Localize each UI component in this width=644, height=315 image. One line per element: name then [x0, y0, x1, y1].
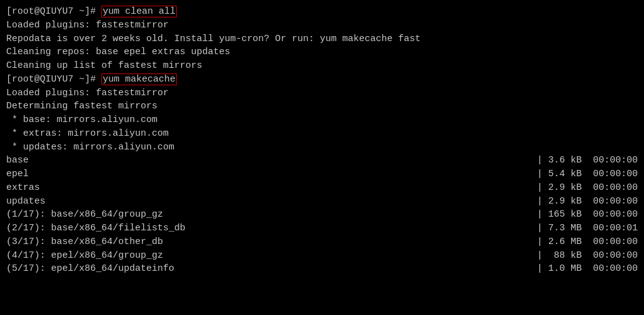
data-row-extras: extras | 2.9 kB 00:00:00: [6, 181, 638, 195]
cmd-clean-all: yum clean all: [101, 6, 177, 17]
data-label-3-17: (3/17): base/x86_64/other_db: [6, 235, 163, 249]
spacer-5-17: [174, 262, 537, 276]
data-row-1-17: (1/17): base/x86_64/group_gz | 165 kB 00…: [6, 208, 638, 222]
terminal-line-4: Cleaning repos: base epel extras updates: [6, 45, 638, 59]
data-row-updates: updates | 2.9 kB 00:00:00: [6, 195, 638, 209]
data-values-epel: | 5.4 kB 00:00:00: [537, 167, 638, 181]
cmd-makecache: yum makecache: [101, 73, 177, 85]
terminal-line-2: Loaded plugins: fastestmirror: [6, 19, 638, 32]
data-values-3-17: | 2.6 MB 00:00:00: [537, 235, 638, 249]
spacer-base: [29, 154, 537, 167]
data-label-1-17: (1/17): base/x86_64/group_gz: [6, 208, 163, 222]
data-row-base: base | 3.6 kB 00:00:00: [6, 154, 638, 167]
data-row-5-17: (5/17): epel/x86_64/updateinfo | 1.0 MB …: [6, 262, 638, 276]
data-row-epel: epel | 5.4 kB 00:00:00: [6, 167, 638, 181]
data-label-base: base: [6, 154, 29, 167]
spacer-extras: [40, 181, 537, 195]
data-label-2-17: (2/17): base/x86_64/filelists_db: [6, 222, 185, 235]
data-label-extras: extras: [6, 181, 40, 195]
spacer-updates: [45, 195, 537, 209]
data-label-4-17: (4/17): epel/x86_64/group_gz: [6, 249, 163, 263]
terminal-line-9: * base: mirrors.aliyun.com: [6, 113, 638, 127]
data-values-2-17: | 7.3 MB 00:00:01: [537, 222, 638, 235]
terminal-line-5: Cleaning up list of fastest mirrors: [6, 59, 638, 73]
prompt-1: [root@QIUYU7 ~]#: [6, 6, 101, 17]
data-values-updates: | 2.9 kB 00:00:00: [537, 195, 638, 209]
data-label-updates: updates: [6, 195, 45, 209]
spacer-3-17: [163, 235, 537, 249]
spacer-epel: [29, 167, 537, 181]
data-label-epel: epel: [6, 167, 29, 181]
terminal-line-3: Repodata is over 2 weeks old. Install yu…: [6, 32, 638, 46]
terminal-line-6: [root@QIUYU7 ~]# yum makecache: [6, 73, 638, 87]
spacer-2-17: [185, 222, 537, 235]
data-values-1-17: | 165 kB 00:00:00: [537, 208, 638, 222]
data-row-4-17: (4/17): epel/x86_64/group_gz | 88 kB 00:…: [6, 249, 638, 263]
data-row-3-17: (3/17): base/x86_64/other_db | 2.6 MB 00…: [6, 235, 638, 249]
data-row-2-17: (2/17): base/x86_64/filelists_db | 7.3 M…: [6, 222, 638, 235]
terminal-line-8: Determining fastest mirrors: [6, 100, 638, 113]
data-label-5-17: (5/17): epel/x86_64/updateinfo: [6, 262, 174, 276]
terminal-line-7: Loaded plugins: fastestmirror: [6, 87, 638, 100]
terminal-line-11: * updates: mirrors.aliyun.com: [6, 141, 638, 154]
spacer-4-17: [163, 249, 537, 263]
data-values-4-17: | 88 kB 00:00:00: [537, 249, 638, 263]
data-values-base: | 3.6 kB 00:00:00: [537, 154, 638, 167]
terminal-line-10: * extras: mirrors.aliyun.com: [6, 127, 638, 141]
data-values-5-17: | 1.0 MB 00:00:00: [537, 262, 638, 276]
prompt-2: [root@QIUYU7 ~]#: [6, 74, 101, 85]
terminal-line-1: [root@QIUYU7 ~]# yum clean all: [6, 5, 638, 19]
spacer-1-17: [163, 208, 537, 222]
terminal: [root@QIUYU7 ~]# yum clean all Loaded pl…: [6, 5, 638, 310]
data-values-extras: | 2.9 kB 00:00:00: [537, 181, 638, 195]
